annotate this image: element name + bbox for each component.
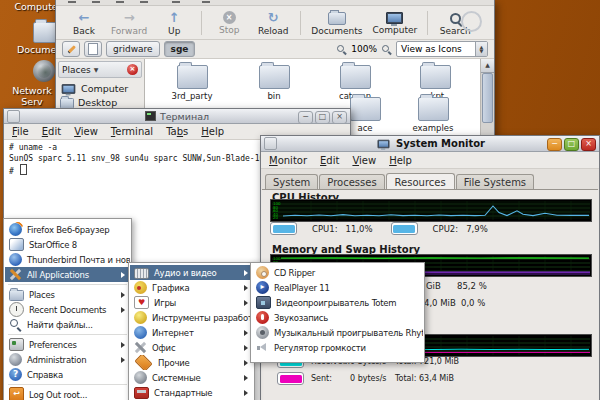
menu-item-all-applications[interactable]: All Applications [5, 267, 130, 282]
menu-item-find-files[interactable]: Найти файлы... [5, 317, 130, 332]
menu-help[interactable]: Help [389, 155, 412, 166]
received-total: 721,0 MiB [419, 357, 459, 366]
folder-label: 3rd_party [160, 91, 224, 101]
menu-item-volume-control[interactable]: Регулятор громкости [252, 340, 423, 355]
menu-item-label: CD Ripper [274, 268, 315, 278]
folder-examples[interactable]: examples [401, 97, 465, 133]
submenu-arrow-icon [244, 360, 248, 366]
terminal-titlebar[interactable]: Терминал − □ × [4, 109, 350, 124]
menu-monitor[interactable]: Monitor [269, 155, 307, 166]
folder-bin[interactable]: bin [242, 65, 306, 101]
menu-item-accessories[interactable]: Стандартные [130, 385, 253, 400]
zoom-out-icon[interactable] [336, 44, 347, 55]
other-icon [134, 355, 152, 370]
menu-item-help[interactable]: Справка [5, 367, 130, 382]
menu-item-label: Видеопроигрыватель Totem [276, 298, 396, 308]
menu-item-label: Справка [27, 370, 63, 380]
scroll-up-icon[interactable]: ▲ [481, 59, 494, 73]
menu-item-realplayer[interactable]: RealPlayer 11 [252, 280, 423, 295]
minimize-button[interactable]: − [547, 138, 562, 151]
menu-edit[interactable]: Edit [320, 155, 339, 166]
menu-item-sound-recorder[interactable]: Звукозапись [252, 310, 423, 325]
folder-3rd_party[interactable]: 3rd_party [160, 65, 224, 101]
maximize-button[interactable]: □ [315, 111, 330, 124]
stop-button[interactable]: × Stop [207, 10, 251, 35]
network-globe-icon[interactable] [33, 60, 55, 82]
desktop-icon-network[interactable]: Network Serv [1, 85, 63, 107]
forward-button[interactable]: → Forward [106, 10, 152, 36]
menu-item-label: Системные [152, 373, 200, 383]
file-manager-toolbar: ← Back → Forward ↑ Up × Stop ↻ Reload [56, 6, 494, 40]
sidebar-item-computer[interactable]: Computer [56, 81, 144, 95]
staroffice-icon [9, 238, 24, 251]
menu-item-cd-ripper[interactable]: CD Ripper [252, 265, 423, 280]
sent-total-label: Total: [395, 374, 419, 383]
page-icon [88, 43, 98, 55]
window-menu-icon[interactable] [264, 137, 277, 150]
menu-file[interactable]: File [12, 126, 29, 137]
folder-ckpt[interactable]: ckpt [403, 65, 467, 101]
menu-item-thunderbird[interactable]: Thunderbird Почта и новости [5, 252, 130, 267]
menu-item-internet[interactable]: Интернет [130, 325, 253, 340]
computer-button[interactable]: Computer [368, 10, 423, 35]
office-icon [134, 341, 147, 354]
menu-item-recent-documents[interactable]: Recent Documents [5, 302, 130, 317]
system-monitor-titlebar[interactable]: System Monitor − □ × [261, 136, 599, 152]
terminal-icon [145, 111, 156, 121]
maximize-button[interactable]: □ [564, 138, 579, 151]
menu-item-system[interactable]: Системные [130, 370, 253, 385]
sidebar-header[interactable]: Places ▼ × [58, 61, 142, 78]
reload-button[interactable]: ↻ Reload [251, 10, 295, 36]
crumb-sge[interactable]: sge [164, 41, 196, 57]
back-button[interactable]: ← Back [62, 10, 106, 36]
applications-icon [9, 268, 22, 281]
menu-item-preferences[interactable]: Preferences [5, 337, 130, 352]
menu-help[interactable]: Help [201, 126, 224, 137]
menu-item-totem[interactable]: Видеопроигрыватель Totem [252, 295, 423, 310]
menu-item-graphics[interactable]: Графика [130, 280, 253, 295]
menu-view[interactable]: View [352, 155, 376, 166]
zoom-in-icon[interactable] [381, 44, 392, 55]
menu-terminal[interactable]: Terminal [111, 126, 153, 137]
tab-processes[interactable]: Processes [319, 174, 384, 190]
menu-item-development[interactable]: Инструменты разработки [130, 310, 253, 325]
menu-tabs[interactable]: Tabs [166, 126, 188, 137]
crumb-gridware[interactable]: gridware [106, 41, 160, 57]
menu-item-other[interactable]: Прочие [130, 355, 253, 370]
menu-item-rhythmbox[interactable]: Музыкальный проигрыватель Rhythmbox [252, 325, 423, 340]
folder-icon [340, 65, 371, 89]
menu-item-administration[interactable]: Administration [5, 352, 130, 367]
menu-item-label: Графика [152, 283, 190, 293]
tab-system[interactable]: System [265, 174, 318, 190]
menu-item-office[interactable]: Офис [130, 340, 253, 355]
menu-item-staroffice[interactable]: StarOffice 8 [5, 237, 130, 252]
root-crumb-button[interactable] [84, 41, 102, 57]
view-mode-select[interactable]: View as Icons ▲▼ [396, 41, 488, 57]
menu-item-firefox[interactable]: Firefox Веб-браузер [5, 222, 130, 237]
stop-label: Stop [219, 25, 239, 35]
sidebar-close-icon[interactable]: × [127, 64, 138, 75]
edit-location-button[interactable] [62, 41, 80, 57]
up-button[interactable]: ↑ Up [152, 10, 196, 36]
tab-file-systems[interactable]: File Systems [456, 174, 534, 190]
menu-edit[interactable]: Edit [42, 126, 61, 137]
sidebar-item-label: Computer [81, 83, 128, 94]
view-mode-stepper[interactable]: ▲▼ [475, 42, 487, 56]
close-button[interactable]: × [581, 138, 596, 151]
sidebar-item-desktop[interactable]: Desktop [56, 95, 144, 109]
graphics-icon [134, 281, 147, 294]
menu-item-places[interactable]: Places [5, 287, 130, 302]
menu-item-label: Интернет [152, 328, 194, 338]
documents-button[interactable]: Documents [306, 9, 367, 36]
minimize-button[interactable]: − [298, 111, 313, 124]
window-menu-icon[interactable] [7, 110, 20, 123]
menu-view[interactable]: View [74, 126, 98, 137]
scrollbar-thumb[interactable] [482, 73, 493, 123]
menu-item-games[interactable]: Игры [130, 295, 253, 310]
menu-item-label: Прочие [158, 358, 190, 368]
menu-item-audio-video[interactable]: Аудио и видео [130, 265, 253, 280]
thunderbird-icon [9, 253, 22, 266]
administration-icon [9, 353, 22, 366]
menu-item-logout[interactable]: Log Out root... [5, 387, 130, 400]
close-button[interactable]: × [332, 111, 347, 124]
